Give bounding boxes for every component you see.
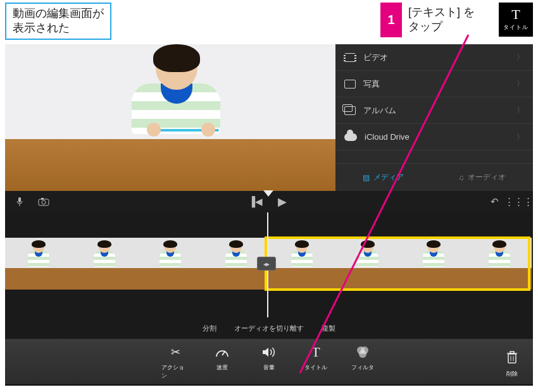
imovie-editor: ビデオ 〉 写真 〉 アルバム 〉 iCloud Drive 〉 ▤ メディア [5, 44, 533, 386]
music-note-icon: ♫ [458, 173, 464, 182]
tool-label: 速度 [216, 364, 228, 372]
transition-icon[interactable]: ◂▸ [257, 257, 276, 271]
skip-back-icon[interactable]: ▐◀ [250, 196, 261, 207]
timeline-clip[interactable] [137, 238, 203, 290]
tool-action[interactable]: ✂ アクション [161, 343, 189, 380]
playhead-marker-icon [263, 190, 273, 197]
callout-editor-shown: 動画の編集画面が 表示された [5, 3, 111, 40]
album-icon [344, 106, 356, 115]
chevron-right-icon: 〉 [516, 78, 524, 89]
svg-point-10 [359, 350, 366, 358]
scissors-icon: ✂ [166, 343, 184, 361]
chevron-right-icon: 〉 [516, 105, 524, 116]
media-item-icloud[interactable]: iCloud Drive 〉 [335, 124, 533, 150]
svg-rect-15 [510, 352, 514, 353]
media-item-label: 写真 [363, 78, 380, 90]
chevron-right-icon: 〉 [516, 132, 524, 142]
tool-label: 音量 [263, 364, 275, 372]
play-icon[interactable]: ▶ [277, 196, 288, 207]
timeline-clip[interactable] [71, 238, 137, 290]
tool-volume[interactable]: 音量 [255, 343, 283, 380]
trash-icon [506, 350, 518, 367]
tool-label: タイトル [304, 364, 327, 372]
svg-rect-4 [41, 198, 44, 200]
tool-label: フィルタ [351, 364, 374, 372]
delete-button[interactable]: 削除 [503, 350, 522, 378]
cloud-icon [344, 133, 357, 141]
speedometer-icon [213, 343, 231, 361]
duplicate-button[interactable]: 複製 [322, 324, 335, 333]
media-item-video[interactable]: ビデオ 〉 [335, 44, 533, 71]
svg-rect-0 [18, 197, 21, 202]
audio-waveform-icon[interactable]: ⋮⋮⋮ [513, 196, 524, 207]
timeline-clip[interactable] [5, 238, 71, 290]
timeline-clip[interactable] [334, 238, 400, 290]
callout-step-1: 1 [テキスト] を タップ [380, 3, 481, 37]
media-item-label: iCloud Drive [365, 132, 410, 142]
split-button[interactable]: 分割 [203, 324, 216, 333]
camera-icon[interactable] [38, 196, 49, 207]
media-library-icon: ▤ [363, 173, 370, 182]
tool-label: 削除 [506, 370, 518, 378]
media-item-album[interactable]: アルバム 〉 [335, 97, 533, 124]
media-panel-tabs: ▤ メディア ♫ オーディオ [335, 163, 533, 191]
tool-filter[interactable]: フィルタ [349, 343, 377, 380]
title-tool-sample-label: タイトル [503, 23, 529, 32]
clip-action-row: 分割 オーディオを切り離す 複製 [5, 317, 533, 339]
photo-icon [344, 80, 356, 89]
timeline-clip[interactable] [268, 238, 334, 290]
tab-media[interactable]: ▤ メディア [363, 172, 404, 183]
step-instruction: [テキスト] を タップ [402, 3, 481, 37]
undo-icon[interactable]: ↶ [489, 196, 500, 207]
voiceover-mic-icon[interactable] [14, 196, 25, 207]
speaker-icon [260, 343, 278, 361]
media-item-label: ビデオ [363, 52, 388, 63]
timeline-clip[interactable] [466, 238, 532, 290]
tool-label: アクション [161, 364, 189, 380]
film-icon [344, 53, 356, 62]
svg-marker-7 [263, 348, 268, 357]
chevron-right-icon: 〉 [516, 52, 524, 63]
tab-label: オーディオ [468, 172, 506, 183]
detach-audio-button[interactable]: オーディオを切り離す [234, 324, 304, 333]
timeline-clip[interactable] [400, 238, 466, 290]
text-icon: T [307, 343, 325, 361]
svg-marker-5 [263, 190, 273, 197]
svg-point-3 [42, 200, 46, 204]
preview-row: ビデオ 〉 写真 〉 アルバム 〉 iCloud Drive 〉 ▤ メディア [5, 44, 533, 191]
tool-title[interactable]: T タイトル [302, 343, 330, 380]
video-preview[interactable] [5, 44, 335, 191]
tab-audio[interactable]: ♫ オーディオ [458, 172, 506, 183]
tab-label: メディア [373, 172, 404, 183]
text-glyph-icon: T [511, 8, 520, 21]
tool-speed[interactable]: 速度 [208, 343, 236, 380]
step-number-badge: 1 [380, 3, 402, 37]
media-item-photo[interactable]: 写真 〉 [335, 71, 533, 97]
bottom-toolbar: ✂ アクション 速度 音量 T タイトル [5, 339, 533, 384]
transport-bar: ▐◀ ▶ ↶ ⋮⋮⋮ [5, 191, 533, 212]
filter-circles-icon [354, 343, 372, 361]
media-item-label: アルバム [363, 105, 396, 116]
title-tool-sample-icon: T タイトル [499, 3, 533, 37]
media-browser-panel: ビデオ 〉 写真 〉 アルバム 〉 iCloud Drive 〉 ▤ メディア [335, 44, 533, 191]
timeline[interactable]: ◂▸ [5, 212, 533, 317]
svg-rect-11 [508, 354, 516, 363]
